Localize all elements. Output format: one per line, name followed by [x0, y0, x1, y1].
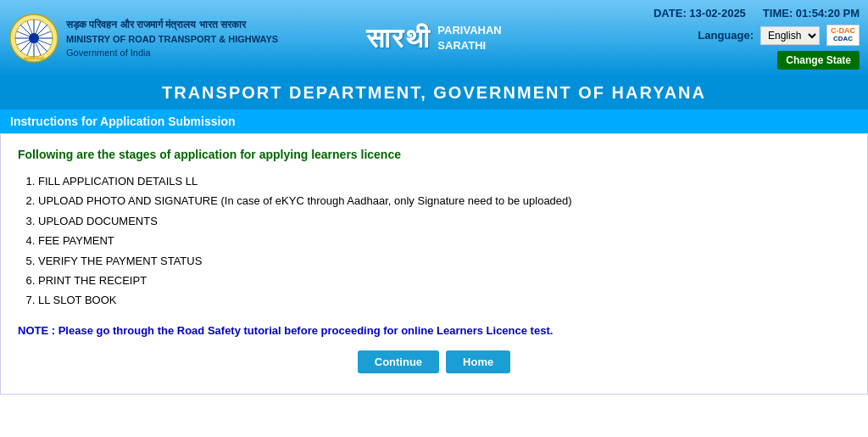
- button-row: Continue Home: [18, 350, 850, 373]
- sarathi-eng-text: PARIVAHAN SARATHI: [437, 23, 501, 53]
- list-item: PRINT THE RECEIPT: [38, 271, 850, 290]
- ministry-hindi: सड़क परिवहन और राजमार्ग मंत्रालय भारत सर…: [66, 17, 278, 32]
- time-label: TIME:: [763, 7, 793, 20]
- language-select[interactable]: English Hindi: [760, 26, 820, 45]
- header: सत्यमेव जयते सड़क परिवहन और राजमार्ग मंत…: [0, 0, 868, 76]
- language-row: Language: English Hindi C-DAC CDAC: [698, 25, 860, 46]
- date-display: DATE: 13-02-2025: [654, 7, 746, 20]
- sarathi-logo: सारथी PARIVAHAN SARATHI: [366, 23, 501, 54]
- header-right: DATE: 13-02-2025 TIME: 01:54:20 PM Langu…: [576, 7, 860, 70]
- time-value: 01:54:20 PM: [796, 7, 860, 20]
- sub-header: TRANSPORT DEPARTMENT, GOVERNMENT OF HARY…: [0, 76, 868, 109]
- list-item: LL SLOT BOOK: [38, 290, 850, 310]
- list-item: FEE PAYMENT: [38, 231, 850, 250]
- svg-point-11: [31, 36, 36, 41]
- continue-button[interactable]: Continue: [358, 350, 439, 373]
- time-display: TIME: 01:54:20 PM: [763, 7, 860, 20]
- list-item: FILL APPLICATION DETAILS LL: [38, 171, 850, 191]
- cdac-bottom: CDAC: [833, 36, 853, 43]
- date-value: 13-02-2025: [689, 7, 746, 20]
- instructions-title: Instructions for Application Submission: [10, 115, 236, 128]
- sarathi-hindi-text: सारथी: [366, 23, 431, 54]
- header-center: सारथी PARIVAHAN SARATHI: [292, 23, 576, 54]
- instructions-bar: Instructions for Application Submission: [0, 109, 868, 133]
- main-content: Following are the stages of application …: [0, 133, 868, 395]
- emblem-icon: सत्यमेव जयते: [8, 13, 59, 64]
- note-text: NOTE : Please go through the Road Safety…: [18, 324, 850, 337]
- list-item: VERIFY THE PAYMENT STATUS: [38, 251, 850, 271]
- cdac-logo: C-DAC CDAC: [826, 25, 860, 46]
- parivahan-label: PARIVAHAN: [437, 23, 501, 38]
- sub-header-title: TRANSPORT DEPARTMENT, GOVERNMENT OF HARY…: [162, 83, 706, 102]
- list-item: UPLOAD DOCUMENTS: [38, 211, 850, 231]
- sarathi-label: SARATHI: [437, 38, 501, 53]
- date-label: DATE:: [654, 7, 687, 20]
- list-item: UPLOAD PHOTO AND SIGNATURE (In case of e…: [38, 191, 850, 210]
- stages-list: FILL APPLICATION DETAILS LL UPLOAD PHOTO…: [38, 171, 850, 311]
- ministry-english: MINISTRY OF ROAD TRANSPORT & HIGHWAYS: [66, 32, 278, 47]
- home-button[interactable]: Home: [446, 350, 510, 373]
- change-state-button[interactable]: Change State: [777, 51, 860, 70]
- svg-text:सत्यमेव जयते: सत्यमेव जयते: [23, 56, 45, 61]
- ministry-text: सड़क परिवहन और राजमार्ग मंत्रालय भारत सर…: [66, 17, 278, 60]
- language-label: Language:: [698, 29, 754, 42]
- change-state-container: Change State: [777, 51, 860, 70]
- stages-heading: Following are the stages of application …: [18, 148, 850, 161]
- datetime-row: DATE: 13-02-2025 TIME: 01:54:20 PM: [654, 7, 860, 20]
- ministry-gov: Government of India: [66, 46, 278, 60]
- header-left: सत्यमेव जयते सड़क परिवहन और राजमार्ग मंत…: [8, 13, 292, 64]
